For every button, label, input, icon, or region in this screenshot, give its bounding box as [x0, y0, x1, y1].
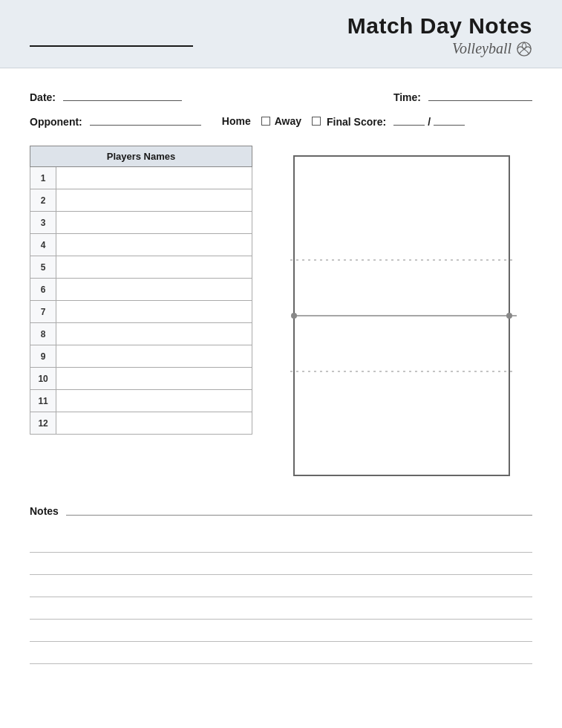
court-container	[270, 146, 532, 483]
date-field-group: Date:	[30, 89, 182, 103]
player-name-cell[interactable]	[56, 390, 252, 412]
players-table-container: Players Names 1 2 3 4 5 6 7 8	[30, 146, 252, 435]
table-row: 8	[30, 323, 252, 345]
players-table-header: Players Names	[30, 146, 252, 167]
time-field-group: Time:	[393, 89, 532, 103]
table-row: 6	[30, 279, 252, 301]
row-number: 2	[30, 189, 56, 212]
player-name-cell[interactable]	[56, 301, 252, 323]
notes-label: Notes	[30, 505, 59, 517]
page-title: Match Day Notes	[347, 13, 532, 39]
date-input[interactable]	[63, 89, 182, 101]
time-input[interactable]	[428, 89, 532, 101]
date-time-row: Date: Time:	[30, 89, 532, 103]
page-subtitle: Volleyball	[452, 40, 532, 57]
row-number: 3	[30, 212, 56, 234]
table-row: 3	[30, 212, 252, 234]
score-slash: /	[428, 116, 431, 128]
final-score-label: Final Score:	[327, 116, 386, 128]
row-number: 12	[30, 412, 56, 435]
note-line[interactable]	[30, 530, 532, 553]
opponent-score-row: Opponent: Home Away Final Score: /	[30, 114, 532, 128]
date-label: Date:	[30, 91, 56, 103]
row-number: 6	[30, 279, 56, 301]
player-name-cell[interactable]	[56, 167, 252, 189]
player-name-cell[interactable]	[56, 212, 252, 234]
content-area: Players Names 1 2 3 4 5 6 7 8	[30, 146, 532, 483]
table-row: 1	[30, 167, 252, 189]
table-row: 2	[30, 189, 252, 212]
player-name-cell[interactable]	[56, 412, 252, 435]
opponent-field-group: Opponent:	[30, 114, 201, 128]
table-row: 10	[30, 368, 252, 390]
table-row: 11	[30, 390, 252, 412]
players-table: Players Names 1 2 3 4 5 6 7 8	[30, 146, 252, 435]
table-row: 9	[30, 345, 252, 368]
opponent-input[interactable]	[90, 114, 201, 126]
page-header: Match Day Notes Volleyball	[0, 0, 562, 68]
main-content: Date: Time: Opponent: Home Away Final Sc…	[0, 68, 562, 694]
row-number: 7	[30, 301, 56, 323]
final-score-group: Final Score: /	[327, 114, 465, 128]
table-row: 4	[30, 234, 252, 256]
volleyball-icon	[516, 41, 532, 57]
score-away-input[interactable]	[434, 114, 465, 126]
court-diagram	[287, 149, 517, 483]
note-line[interactable]	[30, 620, 532, 642]
player-name-cell[interactable]	[56, 279, 252, 301]
subtitle-text: Volleyball	[452, 40, 512, 57]
row-number: 10	[30, 368, 56, 390]
notes-header-line	[66, 507, 532, 516]
table-row: 7	[30, 301, 252, 323]
player-name-cell[interactable]	[56, 345, 252, 368]
player-name-cell[interactable]	[56, 189, 252, 212]
svg-point-4	[506, 313, 512, 319]
time-label: Time:	[393, 91, 421, 103]
player-name-cell[interactable]	[56, 256, 252, 279]
header-title-block: Match Day Notes Volleyball	[347, 13, 532, 57]
table-row: 5	[30, 256, 252, 279]
player-name-cell[interactable]	[56, 323, 252, 345]
row-number: 9	[30, 345, 56, 368]
player-name-cell[interactable]	[56, 234, 252, 256]
row-number: 8	[30, 323, 56, 345]
row-number: 1	[30, 167, 56, 189]
row-number: 11	[30, 390, 56, 412]
notes-header: Notes	[30, 505, 532, 517]
header-decorative-line	[30, 45, 193, 47]
home-label: Home	[222, 115, 251, 127]
away-checkbox[interactable]	[312, 117, 321, 126]
note-line[interactable]	[30, 575, 532, 597]
row-number: 5	[30, 256, 56, 279]
note-lines-group	[30, 530, 532, 664]
note-line[interactable]	[30, 597, 532, 620]
row-number: 4	[30, 234, 56, 256]
home-away-group: Home Away	[222, 115, 321, 127]
score-home-input[interactable]	[393, 114, 425, 126]
player-name-cell[interactable]	[56, 368, 252, 390]
svg-point-3	[291, 313, 297, 319]
notes-section: Notes	[30, 505, 532, 664]
note-line[interactable]	[30, 553, 532, 575]
home-checkbox[interactable]	[261, 117, 270, 126]
volleyball-court-svg	[287, 149, 517, 483]
table-row: 12	[30, 412, 252, 435]
away-label: Away	[275, 115, 301, 127]
note-line[interactable]	[30, 642, 532, 664]
opponent-label: Opponent:	[30, 116, 82, 128]
